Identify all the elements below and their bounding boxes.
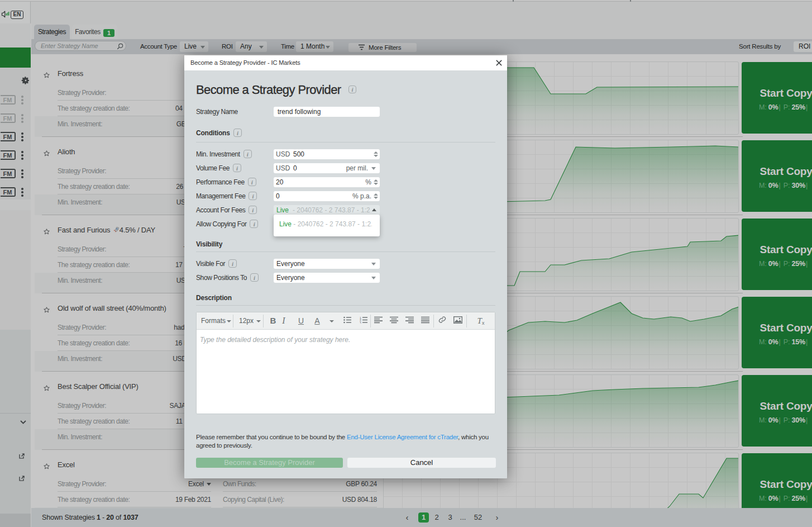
svg-text:3: 3 bbox=[360, 321, 361, 324]
